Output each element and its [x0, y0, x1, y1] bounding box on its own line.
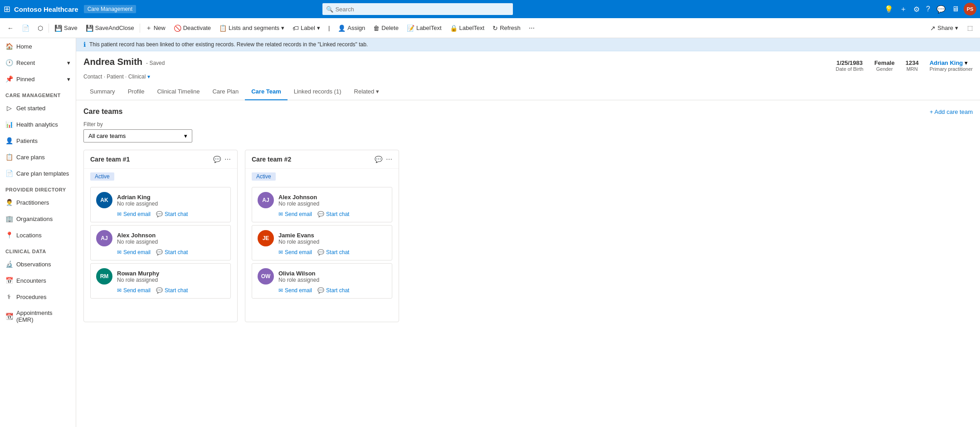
sidebar-item-home[interactable]: 🏠 Home [0, 38, 76, 54]
member-name-olivia: Olivia Wilson [278, 270, 386, 277]
member-info-alex-t1: AJ Alex Johnson No role assigned [96, 230, 225, 246]
send-email-jamie[interactable]: ✉ Send email [278, 249, 312, 255]
open-button[interactable]: ⬡ [34, 23, 47, 34]
practitioner-chevron-icon[interactable]: ▾ [965, 59, 968, 66]
filter-dropdown[interactable]: All care teams ▾ [83, 129, 192, 142]
care-team-1-header: Care team #1 💬 ⋯ [84, 150, 237, 169]
open-icon: ⬡ [38, 25, 43, 32]
tab-care-team[interactable]: Care Team [245, 83, 288, 100]
label-button[interactable]: 🏷 Label ▾ [289, 23, 324, 34]
tab-linked-records[interactable]: Linked records (1) [288, 83, 348, 100]
assign-button[interactable]: 👤 Assign [334, 23, 369, 34]
patients-icon: 👤 [5, 137, 13, 144]
team-1-chat-icon[interactable]: 💬 [213, 156, 221, 163]
email-icon-alex-t1: ✉ [117, 249, 122, 255]
user-avatar[interactable]: PS [964, 3, 976, 15]
waffle-icon[interactable]: ⊞ [4, 4, 10, 14]
sidebar-item-appointments[interactable]: 📆 Appointments (EMR) [0, 305, 76, 328]
member-actions-olivia: ✉ Send email 💬 Start chat [258, 287, 386, 294]
tab-clinical-timeline[interactable]: Clinical Timeline [151, 83, 206, 100]
start-chat-alex-t1[interactable]: 💬 Start chat [156, 249, 188, 255]
send-email-adrian[interactable]: ✉ Send email [117, 211, 151, 217]
sidebar-item-pinned[interactable]: 📌 Pinned ▾ [0, 71, 76, 87]
divider-2 [140, 24, 140, 33]
label-text-2-button[interactable]: 🔒 LabelText [446, 23, 488, 34]
delete-button[interactable]: 🗑 Delete [370, 23, 402, 34]
popout-button[interactable]: ⬚ [964, 23, 976, 34]
tab-summary[interactable]: Summary [83, 83, 122, 100]
start-chat-rowan[interactable]: 💬 Start chat [156, 287, 188, 294]
new-button[interactable]: ＋ New [142, 22, 169, 34]
back-button[interactable]: ← [4, 23, 17, 34]
team-2-more-icon[interactable]: ⋯ [386, 156, 392, 163]
team-2-chat-icon[interactable]: 💬 [375, 156, 382, 163]
save-close-button[interactable]: 💾 SaveAndClose [82, 23, 138, 34]
sidebar-item-care-plan-templates[interactable]: 📄 Care plan templates [0, 165, 76, 182]
sidebar-item-care-plans[interactable]: 📋 Care plans [0, 149, 76, 165]
type-dropdown-icon[interactable]: ▾ [147, 74, 150, 80]
chat-icon[interactable]: 💬 [935, 4, 947, 15]
help-icon[interactable]: ? [924, 4, 932, 14]
settings-icon[interactable]: ⚙ [912, 4, 921, 15]
sidebar-item-observations[interactable]: 🔬 Observations [0, 256, 76, 272]
refresh-button[interactable]: ↻ Refresh [489, 23, 524, 34]
team-1-more-icon[interactable]: ⋯ [224, 156, 231, 163]
start-chat-adrian[interactable]: 💬 Start chat [156, 211, 188, 217]
member-card-alex-t1: AJ Alex Johnson No role assigned ✉ Send … [90, 225, 231, 260]
add-care-team-button[interactable]: + Add care team [930, 108, 973, 115]
member-details-jamie: Jamie Evans No role assigned [278, 232, 386, 245]
share-button[interactable]: ↗ Share ▾ [926, 23, 962, 34]
lists-segments-button[interactable]: 📋 Lists and segments ▾ [215, 23, 288, 34]
top-nav-icons: 💡 ＋ ⚙ ? 💬 🖥 PS [882, 3, 976, 15]
start-chat-jamie[interactable]: 💬 Start chat [317, 249, 349, 255]
send-email-alex-t1[interactable]: ✉ Send email [117, 249, 151, 255]
sidebar-item-organizations[interactable]: 🏢 Organizations [0, 211, 76, 227]
back-icon: ← [7, 25, 14, 32]
share-chevron-icon: ▾ [955, 25, 958, 31]
member-actions-alex-t1: ✉ Send email 💬 Start chat [96, 249, 225, 255]
deactivate-button[interactable]: 🚫 Deactivate [170, 23, 215, 34]
label-text-1-icon: 📝 [407, 25, 414, 32]
tab-care-plan[interactable]: Care Plan [206, 83, 245, 100]
lightbulb-icon[interactable]: 💡 [882, 4, 895, 15]
sidebar-item-health-analytics[interactable]: 📊 Health analytics [0, 116, 76, 133]
divider-1 [49, 24, 49, 33]
gender-label: Gender [874, 66, 895, 72]
dob-label: Date of Birth [836, 66, 863, 72]
more-button[interactable]: ⋯ [525, 23, 538, 33]
team-2-status-badge: Active [252, 172, 276, 181]
add-icon[interactable]: ＋ [898, 4, 909, 15]
team-1-status-badge: Active [90, 172, 114, 181]
start-chat-alex-t2[interactable]: 💬 Start chat [317, 211, 349, 217]
content-area: ℹ This patient record has been linked to… [76, 38, 980, 427]
sidebar-item-practitioners[interactable]: 👨‍⚕️ Practitioners [0, 194, 76, 211]
send-email-rowan[interactable]: ✉ Send email [117, 287, 151, 294]
practitioner-link[interactable]: Adrian King [930, 59, 963, 66]
label-text-1-button[interactable]: 📝 LabelText [403, 23, 445, 34]
search-icon: 🔍 [326, 6, 333, 13]
tab-related[interactable]: Related ▾ [348, 83, 386, 100]
module-name[interactable]: Care Management [84, 5, 136, 13]
sidebar-item-encounters[interactable]: 📅 Encounters [0, 272, 76, 289]
member-card-adrian: AK Adrian King No role assigned ✉ Send e… [90, 187, 231, 222]
start-chat-olivia[interactable]: 💬 Start chat [317, 287, 349, 294]
record-button[interactable]: 📄 [18, 23, 33, 34]
member-actions-jamie: ✉ Send email 💬 Start chat [258, 249, 386, 255]
search-input[interactable] [335, 6, 509, 13]
sidebar-item-procedures[interactable]: ⚕ Procedures [0, 289, 76, 305]
send-email-olivia[interactable]: ✉ Send email [278, 287, 312, 294]
sidebar-item-locations[interactable]: 📍 Locations [0, 227, 76, 243]
sidebar-item-get-started[interactable]: ▷ Get started [0, 100, 76, 116]
screenshare-icon[interactable]: 🖥 [950, 4, 961, 14]
sidebar-label-procedures: Procedures [16, 294, 46, 300]
sidebar-item-patients[interactable]: 👤 Patients [0, 133, 76, 149]
tab-profile[interactable]: Profile [122, 83, 151, 100]
save-button[interactable]: 💾 Save [51, 23, 81, 34]
member-avatar-adrian: AK [96, 192, 112, 208]
popout-icon: ⬚ [967, 25, 973, 31]
sidebar-label-pinned: Pinned [16, 76, 34, 83]
send-email-alex-t2[interactable]: ✉ Send email [278, 211, 312, 217]
label-expand-button[interactable]: | [325, 23, 333, 33]
member-name-alex-t1: Alex Johnson [117, 232, 225, 239]
sidebar-item-recent[interactable]: 🕐 Recent ▾ [0, 54, 76, 71]
